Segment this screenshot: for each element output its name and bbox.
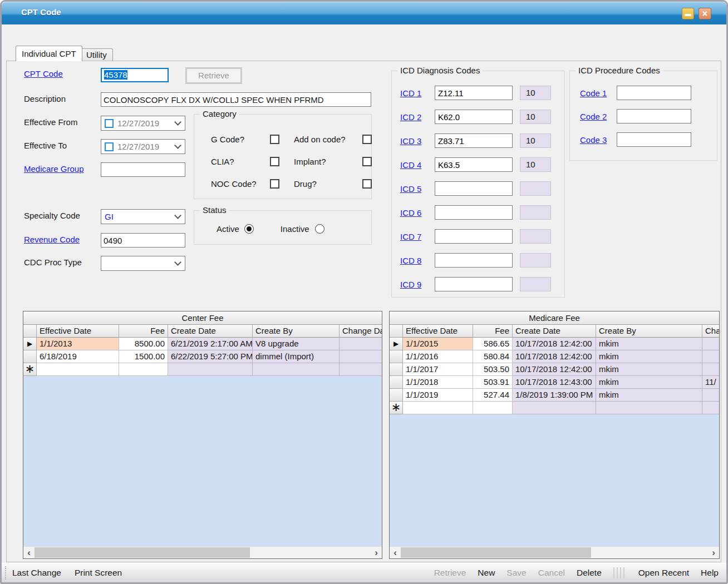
grid-cell[interactable]: 1/1/2015 bbox=[403, 338, 473, 350]
scroll-thumb[interactable] bbox=[35, 547, 250, 558]
revenue-code-input[interactable] bbox=[101, 233, 185, 248]
scroll-track[interactable] bbox=[401, 547, 708, 558]
toolbar-last-change-button[interactable]: Last Change bbox=[12, 568, 61, 578]
grid-cell[interactable]: 1/1/2018 bbox=[403, 376, 473, 389]
icd-code-input[interactable] bbox=[435, 157, 513, 172]
row-selector[interactable]: ▶ bbox=[23, 338, 37, 350]
category-checkbox[interactable] bbox=[362, 157, 372, 166]
column-header[interactable]: Change Date bbox=[702, 325, 720, 338]
table-row[interactable]: ▶1/1/20138500.006/21/2019 2:17:00 AMV8 u… bbox=[23, 338, 382, 350]
row-selector[interactable] bbox=[390, 350, 403, 363]
grid-cell[interactable]: 6/21/2019 2:17:00 AM bbox=[168, 338, 253, 350]
specialty-code-dropdown[interactable]: GI bbox=[101, 209, 185, 224]
table-row[interactable]: 1/1/2017503.5010/17/2018 12:42:00mkim bbox=[390, 363, 719, 376]
toolbar-help-button[interactable]: Help bbox=[701, 568, 719, 578]
column-header[interactable]: Effective Date bbox=[37, 325, 119, 338]
toolbar-open-recent-button[interactable]: Open Recent bbox=[638, 568, 689, 578]
effective-from-checkbox[interactable] bbox=[105, 119, 114, 128]
icd-code-input[interactable] bbox=[435, 253, 513, 268]
grid-cell[interactable]: 1500.00 bbox=[119, 350, 168, 363]
category-checkbox[interactable] bbox=[270, 157, 279, 166]
status-active-radio[interactable] bbox=[244, 224, 254, 234]
icd-code-link[interactable]: ICD 6 bbox=[400, 208, 435, 217]
scroll-right-arrow[interactable]: › bbox=[371, 547, 382, 558]
grid-cell[interactable] bbox=[513, 402, 596, 414]
grid-cell[interactable] bbox=[340, 350, 382, 363]
procedure-code-link[interactable]: Code 2 bbox=[580, 112, 617, 121]
row-selector[interactable] bbox=[390, 389, 403, 402]
close-button[interactable]: × bbox=[699, 8, 711, 19]
grid-cell[interactable] bbox=[168, 363, 253, 376]
procedure-code-link[interactable]: Code 3 bbox=[580, 135, 617, 145]
column-header[interactable]: Change Date bbox=[340, 325, 382, 338]
icd-code-link[interactable]: ICD 4 bbox=[400, 160, 435, 170]
scroll-left-arrow[interactable]: ‹ bbox=[390, 547, 401, 558]
grid-cell[interactable]: 6/18/2019 bbox=[37, 350, 119, 363]
table-row[interactable]: 1/1/2019527.441/8/2019 1:39:00 PMmkim bbox=[390, 389, 719, 402]
icd-code-input[interactable] bbox=[435, 181, 513, 196]
tab-utility[interactable]: Utility bbox=[80, 48, 113, 61]
category-checkbox[interactable] bbox=[270, 179, 279, 189]
icd-code-link[interactable]: ICD 5 bbox=[400, 184, 435, 194]
toolbar-print-screen-button[interactable]: Print Screen bbox=[75, 568, 122, 578]
table-row[interactable]: ▶1/1/2015586.6510/17/2018 12:42:00mkim bbox=[390, 338, 719, 350]
table-row[interactable]: ∗ bbox=[23, 363, 382, 376]
grid-cell[interactable]: 10/17/2018 12:42:00 bbox=[513, 338, 596, 350]
effective-from-datepicker[interactable]: 12/27/2019 bbox=[101, 116, 185, 131]
column-header[interactable]: Create By bbox=[253, 325, 340, 338]
grid-cell[interactable]: mkim bbox=[596, 376, 702, 389]
grid-cell[interactable]: 11/ bbox=[702, 376, 720, 389]
effective-to-checkbox[interactable] bbox=[105, 142, 114, 151]
icd-code-input[interactable] bbox=[435, 110, 513, 124]
table-row[interactable]: 6/18/20191500.006/22/2019 5:27:00 PMdimm… bbox=[23, 350, 382, 363]
category-checkbox[interactable] bbox=[362, 135, 372, 144]
grid-cell[interactable]: 1/1/2013 bbox=[37, 338, 119, 350]
grid-cell[interactable] bbox=[702, 363, 720, 376]
grid-cell[interactable]: 1/1/2017 bbox=[403, 363, 473, 376]
tab-individual-cpt[interactable]: Individual CPT bbox=[16, 46, 82, 61]
column-header[interactable]: Create By bbox=[596, 325, 702, 338]
grid-cell[interactable]: mkim bbox=[596, 363, 702, 376]
grid-cell[interactable]: 8500.00 bbox=[119, 338, 168, 350]
h-scrollbar[interactable]: ‹ › bbox=[23, 546, 382, 558]
toolbar-grip-icon[interactable] bbox=[5, 566, 8, 580]
grid-cell[interactable]: 1/1/2016 bbox=[403, 350, 473, 363]
grid-cell[interactable]: 10/17/2018 12:42:00 bbox=[513, 363, 596, 376]
scroll-left-arrow[interactable]: ‹ bbox=[23, 547, 35, 558]
description-input[interactable] bbox=[101, 92, 371, 107]
chevron-down-icon[interactable] bbox=[174, 212, 181, 219]
grid-cell[interactable]: 586.65 bbox=[473, 338, 513, 350]
grid-cell[interactable] bbox=[37, 363, 119, 376]
column-header[interactable]: Create Date bbox=[168, 325, 253, 338]
cpt-code-input[interactable]: 45378 bbox=[101, 68, 169, 82]
row-selector[interactable] bbox=[390, 363, 403, 376]
effective-to-datepicker[interactable]: 12/27/2019 bbox=[101, 139, 185, 154]
grid-cell[interactable] bbox=[403, 402, 473, 414]
grid-cell[interactable] bbox=[340, 338, 382, 350]
procedure-code-link[interactable]: Code 1 bbox=[580, 88, 617, 98]
icd-code-input[interactable] bbox=[435, 86, 513, 100]
category-checkbox[interactable] bbox=[270, 135, 279, 144]
icd-code-link[interactable]: ICD 9 bbox=[400, 280, 435, 289]
grid-cell[interactable]: 580.84 bbox=[473, 350, 513, 363]
category-checkbox[interactable] bbox=[362, 179, 372, 189]
grid-cell[interactable] bbox=[340, 363, 382, 376]
new-row-selector[interactable]: ∗ bbox=[23, 363, 37, 376]
icd-code-input[interactable] bbox=[435, 277, 513, 291]
column-header[interactable]: Fee bbox=[473, 325, 513, 338]
grid-cell[interactable]: 10/17/2018 12:42:00 bbox=[513, 350, 596, 363]
toolbar-delete-button[interactable]: Delete bbox=[577, 568, 602, 578]
chevron-down-icon[interactable] bbox=[174, 118, 181, 126]
row-selector[interactable] bbox=[390, 376, 403, 389]
icd-code-link[interactable]: ICD 7 bbox=[400, 232, 435, 241]
grid-cell[interactable] bbox=[702, 350, 720, 363]
grid-cell[interactable]: 6/22/2019 5:27:00 PM bbox=[168, 350, 253, 363]
grid-cell[interactable]: 10/17/2018 12:43:00 bbox=[513, 376, 596, 389]
procedure-code-input[interactable] bbox=[617, 132, 691, 147]
toolbar-new-button[interactable]: New bbox=[478, 568, 495, 578]
icd-code-input[interactable] bbox=[435, 205, 513, 220]
grid-cell[interactable] bbox=[253, 363, 340, 376]
grid-cell[interactable]: mkim bbox=[596, 338, 702, 350]
grid-cell[interactable] bbox=[702, 338, 720, 350]
grid-cell[interactable] bbox=[119, 363, 168, 376]
